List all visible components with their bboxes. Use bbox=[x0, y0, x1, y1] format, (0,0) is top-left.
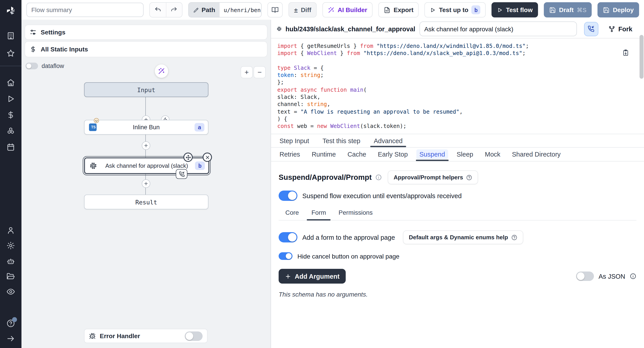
schedules-calendar-icon[interactable] bbox=[6, 143, 15, 152]
sidebar bbox=[0, 0, 22, 348]
app-window: Path u/henri/ben ± Diff AI Builder Expor… bbox=[0, 0, 644, 348]
scrollbar-thumb[interactable] bbox=[640, 35, 644, 79]
zoom-in-button[interactable]: + bbox=[240, 66, 253, 78]
resources-boxes-icon[interactable] bbox=[6, 126, 15, 136]
tab-runtime[interactable]: Runtime bbox=[311, 148, 337, 161]
windmill-logo-icon[interactable] bbox=[5, 5, 16, 16]
add-step-button[interactable] bbox=[142, 141, 150, 150]
tab-shared-directory[interactable]: Shared Directory bbox=[511, 148, 562, 161]
wand-sparkles-icon bbox=[328, 6, 334, 13]
tab-step-input[interactable]: Step Input bbox=[278, 134, 310, 147]
slack-icon bbox=[90, 162, 96, 169]
suspend-sub-tabs: Core Form Permissions bbox=[278, 209, 636, 220]
add-argument-label: Add Argument bbox=[295, 273, 340, 280]
tab-early-stop[interactable]: Early Stop bbox=[377, 148, 409, 161]
tab-retries[interactable]: Retries bbox=[278, 148, 301, 161]
export-button[interactable]: Export bbox=[378, 2, 419, 18]
flow-node-inline-bun[interactable]: TS Inline Bun a bbox=[84, 120, 208, 135]
ai-wand-button[interactable] bbox=[155, 64, 168, 78]
variables-dollar-icon[interactable] bbox=[6, 110, 15, 120]
test-up-to-button[interactable]: Test up to b bbox=[425, 2, 486, 18]
all-static-inputs-row[interactable]: All Static Inputs bbox=[24, 41, 268, 57]
tab-sleep[interactable]: Sleep bbox=[456, 148, 474, 161]
flow-node-input[interactable]: Input bbox=[84, 82, 208, 97]
as-json-toggle[interactable] bbox=[576, 272, 594, 281]
path-edit-segment[interactable]: Path bbox=[189, 3, 220, 17]
tab-permissions[interactable]: Permissions bbox=[338, 209, 374, 220]
dataflow-toggle[interactable] bbox=[26, 62, 38, 69]
user-icon[interactable] bbox=[6, 226, 15, 235]
deploy-button[interactable]: Deploy bbox=[598, 2, 639, 18]
save-icon bbox=[549, 6, 556, 13]
workspace-icon[interactable] bbox=[6, 31, 15, 40]
redo-button[interactable] bbox=[166, 3, 182, 17]
step-detail-panel: hub/2439/slack/ask_channel_for_approval … bbox=[271, 20, 644, 348]
path-label: Path bbox=[202, 6, 215, 14]
diff-button[interactable]: ± Diff bbox=[289, 2, 317, 18]
ai-builder-button[interactable]: AI Builder bbox=[322, 2, 372, 18]
path-button[interactable]: Path u/henri/ben bbox=[188, 2, 262, 18]
move-node-button[interactable] bbox=[183, 152, 193, 162]
flow-editor-panel: Settings All Static Inputs dataflow + − … bbox=[22, 20, 271, 348]
settings-row[interactable]: Settings bbox=[24, 24, 268, 40]
add-form-label: Add a form to the approval page bbox=[302, 234, 395, 241]
tab-test-this-step[interactable]: Test this step bbox=[322, 134, 361, 147]
plus-minus-icon: ± bbox=[294, 6, 298, 14]
tab-mock[interactable]: Mock bbox=[484, 148, 501, 161]
diff-label: Diff bbox=[301, 6, 311, 14]
suspend-phone-badge[interactable] bbox=[176, 169, 188, 179]
suspend-flow-toggle[interactable] bbox=[278, 190, 298, 201]
add-form-toggle[interactable] bbox=[278, 232, 298, 242]
copy-code-button[interactable] bbox=[622, 49, 629, 56]
code-editor-wrap: import { getResumeUrls } from "https://d… bbox=[271, 38, 644, 134]
hide-cancel-toggle[interactable] bbox=[278, 252, 292, 260]
workers-bot-icon[interactable] bbox=[6, 257, 15, 266]
draft-button[interactable]: Draft ⌘S bbox=[544, 2, 592, 18]
info-icon bbox=[375, 174, 382, 181]
add-argument-button[interactable]: Add Argument bbox=[278, 269, 346, 284]
bug-icon bbox=[89, 332, 96, 339]
path-value: u/henri/ben bbox=[220, 3, 262, 17]
flow-summary-input[interactable] bbox=[26, 3, 144, 17]
as-json-label: As JSON bbox=[598, 273, 625, 280]
draft-label: Draft bbox=[559, 6, 574, 14]
tab-core[interactable]: Core bbox=[284, 209, 300, 220]
approval-helpers-label: Approval/Prompt helpers bbox=[394, 174, 463, 181]
zoom-out-button[interactable]: − bbox=[254, 66, 266, 78]
suspend-heading: Suspend/Approval/Prompt bbox=[278, 173, 372, 182]
error-handler-toggle[interactable] bbox=[185, 331, 202, 340]
dataflow-toggle-row: dataflow bbox=[26, 62, 64, 69]
default-args-help-button[interactable]: Default args & Dynamic enums help bbox=[403, 230, 523, 244]
toolbar: Path u/henri/ben ± Diff AI Builder Expor… bbox=[22, 0, 644, 20]
help-icon[interactable] bbox=[6, 319, 15, 328]
collapse-arrow-icon[interactable] bbox=[6, 334, 15, 343]
move-icon bbox=[185, 154, 191, 160]
pencil-icon bbox=[193, 7, 199, 13]
code-editor[interactable]: import { getResumeUrls } from "https://d… bbox=[271, 38, 644, 134]
add-step-button[interactable] bbox=[142, 179, 150, 188]
suspend-phone-button[interactable] bbox=[584, 22, 598, 36]
tab-form[interactable]: Form bbox=[310, 209, 327, 220]
tab-advanced[interactable]: Advanced bbox=[373, 134, 404, 147]
default-args-help-label: Default args & Dynamic enums help bbox=[409, 234, 508, 241]
flow-node-result[interactable]: Result bbox=[84, 194, 208, 209]
delete-node-button[interactable] bbox=[202, 152, 212, 162]
docs-book-button[interactable] bbox=[268, 2, 283, 18]
favorites-star-icon[interactable] bbox=[6, 49, 15, 58]
git-fork-icon bbox=[608, 25, 615, 32]
folders-icon[interactable] bbox=[6, 272, 15, 281]
approval-helpers-button[interactable]: Approval/Prompt helpers bbox=[388, 170, 478, 184]
settings-gear-icon[interactable] bbox=[6, 241, 15, 250]
tab-suspend[interactable]: Suspend bbox=[418, 148, 446, 161]
audit-eye-icon[interactable] bbox=[6, 287, 15, 296]
step-name-input[interactable] bbox=[419, 22, 577, 36]
test-flow-button[interactable]: Test flow bbox=[492, 2, 538, 18]
undo-button[interactable] bbox=[150, 3, 166, 17]
step-tabs: Step Input Test this step Advanced bbox=[271, 134, 644, 148]
fork-button[interactable]: Fork bbox=[608, 25, 632, 32]
empty-schema-note: This schema has no arguments. bbox=[278, 291, 636, 298]
home-icon[interactable] bbox=[6, 78, 15, 87]
runs-play-icon[interactable] bbox=[6, 94, 15, 103]
dataflow-label: dataflow bbox=[42, 62, 64, 69]
tab-cache[interactable]: Cache bbox=[346, 148, 367, 161]
